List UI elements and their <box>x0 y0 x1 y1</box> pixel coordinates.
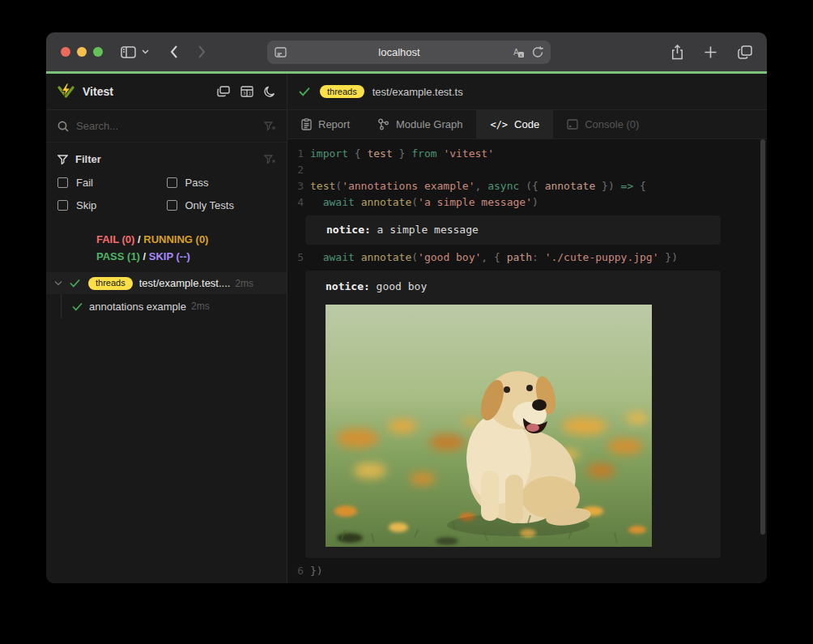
search-input[interactable] <box>76 120 264 132</box>
sidebar-header: Vitest 31 <box>46 74 287 110</box>
clear-search-filter-icon[interactable] <box>264 122 275 131</box>
report-icon <box>301 118 312 130</box>
pass-count: PASS (1) <box>96 250 140 262</box>
code-token: ) <box>532 196 538 208</box>
line-number: 7 <box>287 579 304 583</box>
close-button[interactable] <box>61 47 70 57</box>
zoom-button[interactable] <box>93 47 103 57</box>
line-number: 6 <box>287 563 304 579</box>
code-line: 6}) <box>287 563 767 579</box>
code-token: ( <box>411 251 418 263</box>
tab-code[interactable]: </> Code <box>476 110 553 139</box>
checkbox[interactable] <box>57 177 68 188</box>
code-line: 7 <box>287 579 767 583</box>
filter-checkbox-pass[interactable]: Pass <box>167 177 276 189</box>
notice-text: notice: good boy <box>326 279 721 295</box>
svg-text:1: 1 <box>249 91 251 96</box>
tab-report[interactable]: Report <box>287 110 364 139</box>
module-graph-icon <box>377 118 389 130</box>
checkbox[interactable] <box>167 200 177 211</box>
skip-count: SKIP (--) <box>149 250 190 262</box>
reload-icon[interactable] <box>532 46 543 58</box>
puppy-photo <box>326 305 652 547</box>
svg-text:A: A <box>513 48 519 57</box>
code-token <box>355 196 361 208</box>
code-token: 'vitest' <box>443 147 494 160</box>
pool-badge: threads <box>320 85 364 98</box>
code-token: ( <box>335 180 342 192</box>
code-icon: </> <box>490 119 508 130</box>
notice-label: notice: <box>326 224 371 236</box>
checkbox[interactable] <box>57 200 68 211</box>
notice-text: notice: a simple message <box>326 222 721 238</box>
filter-checkbox-only-tests[interactable]: Only Tests <box>167 199 276 211</box>
tab-overview-icon[interactable] <box>738 45 752 59</box>
filter-checkbox-skip[interactable]: Skip <box>57 199 167 211</box>
code-text: import { test } from 'vitest' <box>310 146 494 162</box>
dashboard-icon[interactable]: 31 <box>240 86 253 97</box>
code-token <box>310 251 323 263</box>
filter-section: Filter Fail Pass Skip Only Tests <box>46 143 287 221</box>
code-token: test <box>310 180 335 192</box>
code-text: await annotate('good boy', { path: './cu… <box>310 249 678 266</box>
code-token: async <box>487 180 519 192</box>
tab-bar: Report Module Graph </> Code <box>287 110 767 139</box>
chevron-down-icon[interactable] <box>142 49 149 54</box>
address-bar[interactable]: localhost Ax <box>267 41 551 64</box>
code-token: test <box>367 147 392 160</box>
check-icon <box>299 87 310 96</box>
moon-icon[interactable] <box>264 86 275 98</box>
page-icon[interactable] <box>275 47 287 58</box>
vertical-scrollbar[interactable] <box>760 139 765 535</box>
filter-icon <box>57 155 68 164</box>
open-file-name: test/example.test.ts <box>372 86 463 98</box>
vitest-logo-icon <box>57 83 74 100</box>
console-icon <box>567 119 578 130</box>
plus-icon[interactable] <box>704 46 717 58</box>
share-icon[interactable] <box>671 45 683 60</box>
test-case-row[interactable]: annotations example 2ms <box>61 294 287 318</box>
code-token: await <box>323 196 355 208</box>
code-token <box>310 196 323 208</box>
code-view[interactable]: 1import { test } from 'vitest'23test('an… <box>287 139 767 583</box>
code-token: annotate <box>361 251 412 263</box>
search-bar <box>46 110 287 143</box>
code-token: 'good boy' <box>418 251 481 263</box>
windows-icon[interactable] <box>217 86 230 97</box>
code-line: 3test('annotations example', async ({ an… <box>287 178 767 194</box>
code-token: annotate <box>545 180 596 192</box>
tab-console[interactable]: Console (0) <box>553 110 653 139</box>
filter-checkbox-fail[interactable]: Fail <box>57 177 167 189</box>
pool-badge: threads <box>88 277 133 290</box>
code-token: , { <box>481 251 506 263</box>
chevron-down-icon[interactable] <box>54 280 62 286</box>
file-header: threads test/example.test.ts <box>287 74 767 110</box>
line-number: 2 <box>287 162 304 178</box>
code-token <box>355 251 361 263</box>
translate-icon[interactable]: Ax <box>512 47 525 58</box>
filter-title: Filter <box>75 153 101 165</box>
tab-label: Console (0) <box>585 118 639 130</box>
test-case-name: annotations example <box>89 301 186 313</box>
screen: localhost Ax <box>0 0 813 644</box>
checkbox[interactable] <box>167 177 177 188</box>
code-line: 2 <box>287 162 767 178</box>
code-token: 'annotations example' <box>342 180 475 192</box>
code-token: }) <box>595 180 620 192</box>
tab-label: Module Graph <box>396 118 462 130</box>
running-count: RUNNING (0) <box>143 233 208 245</box>
tab-module-graph[interactable]: Module Graph <box>364 110 476 139</box>
code-token: './cute-puppy.jpg' <box>545 251 659 263</box>
status-line-1: FAIL (0) / RUNNING (0) <box>96 231 287 248</box>
code-token: from <box>411 147 436 160</box>
code-line: 4 await annotate('a simple message') <box>287 194 767 211</box>
main-panel: threads test/example.test.ts Report <box>287 74 767 583</box>
minimize-button[interactable] <box>77 47 87 57</box>
back-button[interactable] <box>170 45 178 58</box>
clear-filter-icon[interactable] <box>264 155 275 164</box>
sidebar-toggle-icon[interactable] <box>121 46 136 58</box>
test-file-row[interactable]: threads test/example.test.... 2ms <box>46 272 287 294</box>
forward-button[interactable] <box>198 45 206 58</box>
url-text[interactable]: localhost <box>287 46 512 58</box>
code-token: }) <box>310 565 323 577</box>
